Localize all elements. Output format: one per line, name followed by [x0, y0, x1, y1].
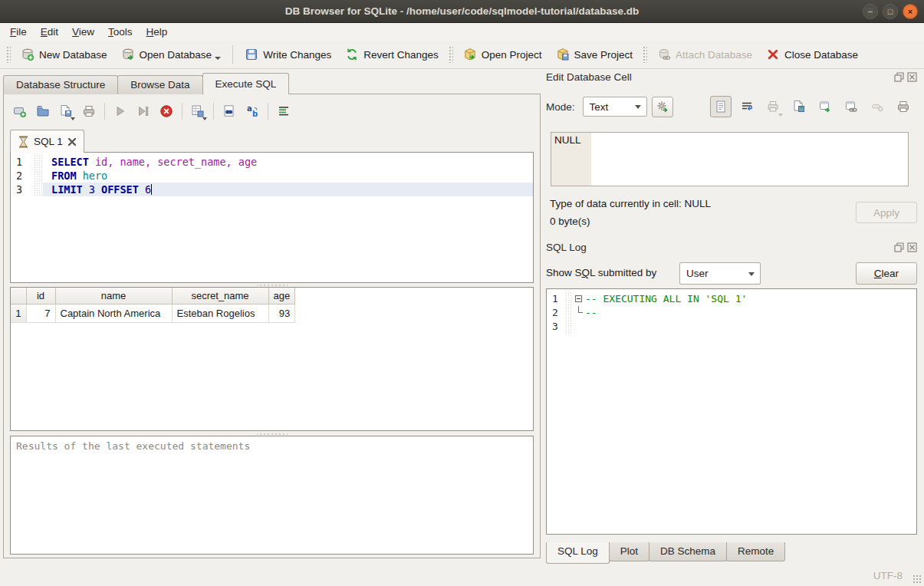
word-wrap-button[interactable]	[736, 96, 758, 117]
export-results-button[interactable]	[188, 101, 208, 121]
cell-name[interactable]: Captain North America	[55, 304, 172, 322]
minimize-button[interactable]: −	[863, 4, 878, 19]
text-mode-button[interactable]	[710, 96, 732, 117]
cell-id[interactable]: 7	[26, 304, 55, 322]
sql-editor-tab[interactable]: SQL 1	[10, 130, 84, 153]
resize-grip[interactable]	[912, 574, 922, 584]
column-header-age[interactable]: age	[268, 288, 295, 304]
column-header-id[interactable]: id	[26, 288, 55, 304]
log-filter-label-part: Show S	[546, 267, 582, 278]
export-dropdown-icon[interactable]	[202, 117, 207, 120]
float-panel-icon[interactable]	[894, 242, 904, 252]
menu-tools[interactable]: Tools	[101, 25, 140, 39]
line-number: 3	[547, 320, 565, 334]
encoding-indicator[interactable]: UTF-8	[873, 570, 903, 581]
menu-file[interactable]: File	[3, 25, 34, 39]
tab-plot[interactable]: Plot	[609, 542, 649, 561]
collapse-icon[interactable]	[575, 295, 582, 302]
row-number[interactable]: 1	[11, 304, 26, 322]
close-tab-icon[interactable]	[67, 137, 77, 146]
fold-margin	[34, 155, 43, 169]
log-filter-value: User	[686, 268, 709, 279]
set-null-icon	[870, 100, 884, 114]
find-replace-button[interactable]: a b	[242, 101, 262, 121]
copy-link-button[interactable]	[840, 96, 862, 117]
execute-line-button[interactable]	[133, 101, 153, 121]
stop-execution-button[interactable]	[156, 101, 176, 121]
new-sql-tab-icon	[13, 104, 27, 118]
open-sql-file-button[interactable]	[33, 101, 53, 121]
close-panel-icon[interactable]	[907, 242, 917, 252]
print-icon	[896, 100, 910, 114]
fold-control[interactable]	[573, 292, 585, 306]
execute-all-button[interactable]	[110, 101, 130, 121]
open-external-button[interactable]	[814, 96, 836, 117]
sql-log-editor[interactable]: 1 -- EXECUTING ALL IN 'SQL 1' 2 -- 3	[546, 288, 917, 535]
toolbar-grip[interactable]	[6, 46, 11, 63]
maximize-button[interactable]: □	[883, 4, 898, 19]
sql-editor[interactable]: 1 SELECT id, name, secret_name, age 2 FR…	[10, 152, 534, 283]
log-filter-label: Show SQL submitted by	[546, 267, 656, 278]
log-line: 3	[547, 320, 916, 334]
sql-table-name: hero	[77, 170, 108, 182]
save-sql-dropdown-icon[interactable]	[71, 117, 75, 120]
cell-value-editor[interactable]: NULL	[551, 132, 909, 186]
menu-help[interactable]: Help	[140, 25, 175, 39]
open-sql-tab-button[interactable]	[10, 101, 30, 121]
close-database-button[interactable]: Close Database	[759, 44, 865, 64]
sql-toolbar-separator	[268, 103, 268, 120]
cell-age[interactable]: 93	[268, 304, 295, 322]
editor-code: LIMIT 3 OFFSET 6	[43, 183, 533, 196]
menu-view[interactable]: View	[65, 25, 101, 39]
results-grid[interactable]: id name secret_name age 1 7 Captain Nort…	[10, 287, 534, 431]
menu-edit[interactable]: Edit	[34, 25, 65, 39]
log-filter-select[interactable]: User	[679, 262, 761, 285]
open-project-button[interactable]: Open Project	[456, 44, 549, 64]
set-null-button	[866, 96, 888, 117]
print-cell-button[interactable]	[893, 96, 914, 117]
import-cell-button	[762, 96, 784, 117]
close-button[interactable]: ×	[903, 4, 918, 19]
corner-header[interactable]	[11, 288, 26, 304]
save-sql-file-button[interactable]	[56, 101, 76, 121]
cell-secret-name[interactable]: Esteban Rogelios	[172, 304, 268, 322]
export-cell-button[interactable]	[788, 96, 810, 117]
mode-select[interactable]: Text	[583, 97, 647, 117]
open-database-button[interactable]: Open Database	[114, 44, 229, 64]
import-data-icon	[766, 100, 780, 114]
execute-sql-page: a b SQL 1	[3, 94, 541, 558]
auto-apply-button[interactable]	[652, 97, 673, 117]
database-open-icon	[121, 48, 135, 61]
toolbar-grip[interactable]	[449, 46, 453, 63]
float-panel-icon[interactable]	[894, 72, 904, 82]
column-header-name[interactable]: name	[55, 288, 172, 304]
tab-execute-sql[interactable]: Execute SQL	[202, 73, 290, 94]
new-database-button[interactable]: New Database	[14, 44, 114, 64]
execute-all-icon	[113, 104, 127, 118]
cell-size-info: 0 byte(s)	[550, 216, 590, 227]
close-panel-icon[interactable]	[907, 72, 917, 82]
write-changes-button[interactable]: Write Changes	[238, 44, 338, 64]
execute-line-icon	[136, 104, 150, 118]
clear-log-button[interactable]: Clear	[856, 262, 917, 285]
title-bar[interactable]: DB Browser for SQLite - /home/user/code/…	[0, 0, 924, 23]
revert-changes-label: Revert Changes	[363, 49, 439, 61]
sql-number: 3	[83, 183, 101, 196]
format-sql-button[interactable]	[274, 101, 294, 121]
tab-browse-data[interactable]: Browse Data	[117, 75, 202, 94]
revert-changes-button[interactable]: Revert Changes	[338, 44, 446, 64]
table-row[interactable]: 1 7 Captain North America Esteban Rogeli…	[11, 304, 295, 322]
open-in-app-icon	[818, 100, 832, 114]
toolbar-grip[interactable]	[643, 46, 647, 63]
save-project-button[interactable]: Save Project	[549, 44, 640, 64]
tab-sql-log[interactable]: SQL Log	[546, 542, 610, 564]
hourglass-icon	[18, 136, 29, 148]
find-button[interactable]	[219, 101, 239, 121]
print-sql-button[interactable]	[79, 101, 99, 121]
column-header-secret-name[interactable]: secret_name	[172, 288, 268, 304]
tab-database-structure[interactable]: Database Structure	[3, 75, 118, 94]
tab-db-schema[interactable]: DB Schema	[649, 542, 727, 561]
edit-cell-title: Edit Database Cell	[546, 71, 632, 83]
tab-remote[interactable]: Remote	[726, 542, 785, 561]
open-database-dropdown-icon[interactable]	[215, 57, 221, 60]
